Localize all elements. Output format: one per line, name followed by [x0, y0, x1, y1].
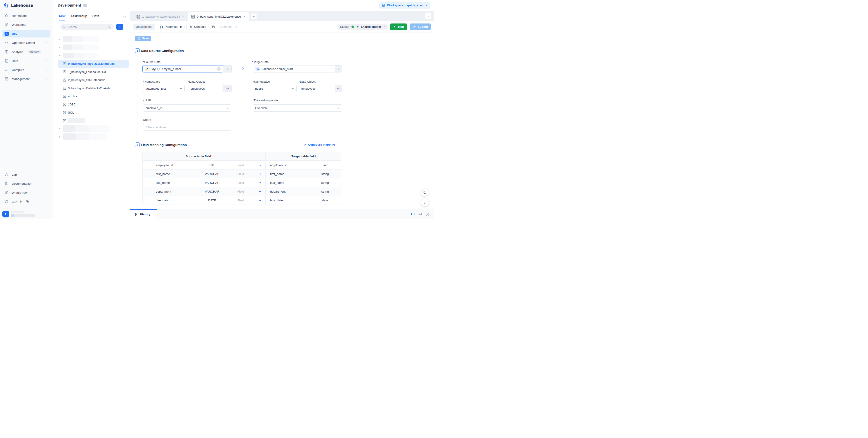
- sync-task-icon: [63, 86, 66, 90]
- chevron-down-icon: [226, 107, 229, 109]
- sidebar-collapse-icon[interactable]: [46, 212, 50, 216]
- explorer-tab-taskgroup[interactable]: TaskGroup: [71, 11, 87, 21]
- explorer-panel: TaskTaskGroupData Search 0_batchsync_MyS…: [53, 11, 130, 219]
- run-button[interactable]: Run: [390, 24, 407, 30]
- target-object-input[interactable]: [299, 85, 336, 92]
- layout-full-icon[interactable]: [411, 212, 415, 216]
- tree-folder-redacted[interactable]: [53, 52, 130, 60]
- schedule-button[interactable]: Schedule: [186, 24, 209, 30]
- clear-icon[interactable]: [217, 67, 221, 71]
- status-badge: Unsubmitted: [133, 24, 155, 30]
- tree-item-label: SQL: [68, 111, 74, 114]
- sidebar-item-lab[interactable]: Lab: [2, 171, 51, 178]
- sidebar-item-what-s-new[interactable]: What's new: [2, 189, 51, 196]
- tree-item-redacted[interactable]: [58, 116, 129, 125]
- chevron-right-icon: [45, 78, 48, 80]
- flask-icon: [4, 172, 9, 177]
- target-object-label: Data Object: [299, 80, 315, 83]
- section-guide-line: [137, 55, 137, 139]
- splitpk-select[interactable]: employee_id: [143, 104, 231, 111]
- help-icon[interactable]: ?: [84, 4, 87, 7]
- where-input[interactable]: [143, 124, 231, 131]
- docs-floating-button[interactable]: [421, 189, 429, 196]
- sidebar-item-homepage[interactable]: Homepage: [2, 12, 51, 20]
- history-tab[interactable]: History: [130, 209, 157, 219]
- section-2-title[interactable]: Field Mapping Configuration: [141, 142, 191, 147]
- sidebar: Lakehouse HomepageWorksheetDevOperation …: [0, 0, 53, 219]
- mapping-row-department: departmentVARCHARFielddepartmentstring: [143, 187, 341, 196]
- sidebar-item-documentation[interactable]: Documentation: [2, 180, 51, 188]
- target-data-select[interactable]: Lakehouse / quick_start: [253, 65, 335, 72]
- version-history-icon[interactable]: [212, 25, 215, 29]
- sidebar-item-label: Dev: [12, 32, 18, 35]
- sidebar-item-operation-center[interactable]: Operation Center: [2, 39, 51, 46]
- source-object-preview-button[interactable]: [223, 85, 232, 92]
- new-tab-button[interactable]: [251, 13, 256, 20]
- filter-icon[interactable]: [108, 26, 111, 28]
- sidebar-item-dev[interactable]: Dev: [2, 30, 51, 37]
- caret-right-icon[interactable]: [59, 136, 61, 138]
- layout-maximize-icon[interactable]: [425, 212, 430, 216]
- sliders-icon: [189, 25, 192, 28]
- sidebar-item-management[interactable]: Management: [2, 75, 51, 82]
- tree-item-jdbc[interactable]: JdJDBC: [58, 100, 129, 108]
- cube-icon: [4, 23, 9, 27]
- download-icon[interactable]: [425, 13, 431, 19]
- upCircle-icon: [4, 191, 9, 195]
- layout-split-icon[interactable]: [418, 212, 422, 216]
- home-icon: [4, 13, 9, 18]
- tree-item-ad-hoc[interactable]: Sqad_hoc: [58, 92, 129, 100]
- caret-down-icon[interactable]: [59, 55, 61, 57]
- source-kind: Field: [227, 187, 254, 196]
- tree-folder-redacted[interactable]: [53, 133, 130, 141]
- source-object-input[interactable]: [188, 85, 223, 92]
- add-source-connection-button[interactable]: [223, 65, 232, 72]
- tree-item-label: 1_batchsync_Lakehouse2S3: [68, 70, 106, 74]
- explorer-tab-task[interactable]: Task: [59, 11, 66, 21]
- add-target-connection-button[interactable]: [335, 65, 342, 72]
- source-namespace-select[interactable]: automated_test: [143, 85, 185, 92]
- sidebar-item-data[interactable]: Data: [2, 57, 51, 65]
- collapse-panel-floating-button[interactable]: [421, 199, 429, 206]
- tree-item-sql[interactable]: SqSQL: [58, 108, 129, 116]
- caret-right-icon[interactable]: [59, 128, 61, 130]
- add-task-button[interactable]: [116, 24, 123, 30]
- sidebar-item-analysis[interactable]: AnalysisPREVIEW: [2, 48, 51, 56]
- tree-folder-redacted[interactable]: [53, 43, 130, 52]
- target-object-preview-button[interactable]: [335, 85, 342, 92]
- close-icon[interactable]: [243, 15, 246, 18]
- search-input[interactable]: Search: [60, 24, 113, 30]
- locate-file-icon[interactable]: [122, 11, 126, 21]
- section-1-title[interactable]: Data Source Configuration: [141, 48, 188, 53]
- editor-tab-0-batchsync-mysql2lakehouse[interactable]: 0_batchsync_MySQL2Lakehouse: [188, 12, 249, 21]
- writing-mode-select[interactable]: Overwrite: [253, 104, 342, 111]
- configure-mapping-link[interactable]: Configure mapping: [304, 143, 335, 146]
- save-button[interactable]: Save: [135, 36, 151, 41]
- tree-folder-redacted[interactable]: [53, 125, 130, 133]
- explorer-tab-data[interactable]: Data: [92, 11, 99, 21]
- caret-right-icon[interactable]: [59, 46, 61, 49]
- sidebar-item-worksheet[interactable]: Worksheet: [2, 21, 51, 28]
- tree-folder-redacted[interactable]: [53, 35, 130, 43]
- sidebar-item-label: Compute: [12, 68, 24, 72]
- tree-item-1-batchsync-lakehouse2s3[interactable]: 1_batchsync_Lakehouse2S3: [58, 68, 129, 76]
- target-header: Target table field: [266, 152, 341, 160]
- cluster-selector[interactable]: Cluster Shared cluster: [337, 24, 388, 30]
- close-icon[interactable]: [183, 15, 185, 18]
- avatar[interactable]: [2, 211, 9, 217]
- workspace-selector[interactable]: Workspace quick_start: [379, 2, 430, 8]
- caret-right-icon[interactable]: [59, 38, 61, 41]
- target-namespace-select[interactable]: public: [253, 85, 297, 92]
- tree-item-0-batchsync-mysql2lakehouse[interactable]: 0_batchsync_MySQL2Lakehouse: [58, 60, 129, 68]
- sidebar-item-en[interactable]: En/中文En: [2, 198, 51, 205]
- splitpk-label: splitPk: [143, 99, 152, 102]
- editor-tab-1-batchsync-lakehouse2s3[interactable]: 1_batchsync_Lakehouse2S3: [133, 12, 188, 21]
- source-field: hire_date: [143, 199, 197, 202]
- submit-button[interactable]: Submit: [410, 24, 431, 30]
- chevron-right-icon: [45, 41, 48, 44]
- source-data-select[interactable]: MySQL / mysql_tunnel: [143, 65, 223, 72]
- tree-item-3-batchsync-databricks2lakeho[interactable]: 3_batchsync_Databricks2Lakeho...: [58, 84, 129, 92]
- parameter-button[interactable]: { } Parameter 0: [157, 24, 184, 30]
- tree-item-2-batchsync-s32databricks[interactable]: 2_batchsync_S32Databricks: [58, 76, 129, 84]
- sidebar-item-compute[interactable]: Compute: [2, 66, 51, 74]
